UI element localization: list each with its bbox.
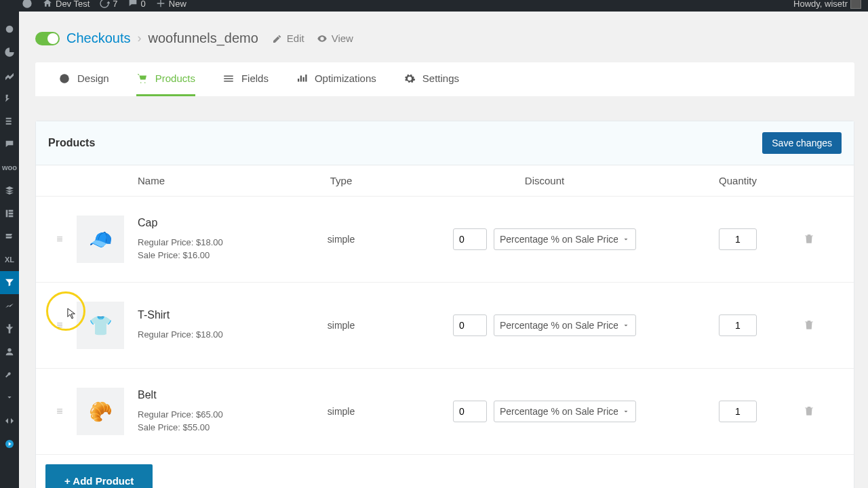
admin-bar-comments[interactable]: 0 [127,0,146,9]
col-quantity: Quantity [687,175,789,186]
save-button[interactable]: Save changes [762,132,842,154]
chart-icon [296,73,308,85]
admin-bar-site[interactable]: Dev Test [42,0,90,9]
trash-icon [803,405,815,417]
sidebar-item-products[interactable] [0,179,19,202]
product-type: simple [280,320,402,331]
delete-button[interactable] [789,405,829,419]
tab-nav: Design Products Fields Optimizations Set… [35,62,854,96]
svg-point-5 [7,348,11,352]
breadcrumb-root[interactable]: Checkouts [66,30,131,46]
col-discount: Discount [402,175,687,186]
wp-admin-sidebar: woo XL [0,0,19,488]
sidebar-item-plugins[interactable] [0,317,19,340]
col-type: Type [280,175,402,186]
svg-point-0 [6,26,14,33]
cart-icon [136,73,149,85]
svg-point-7 [22,0,31,8]
pencil-icon [272,33,283,44]
discount-type-select[interactable]: Percentage % on Sale Price [494,314,636,336]
svg-rect-4 [9,216,14,218]
sidebar-item-media[interactable] [0,87,19,110]
admin-bar-updates[interactable]: 7 [99,0,117,9]
quantity-input[interactable] [719,228,757,250]
table-header: Name Type Discount Quantity [36,165,854,197]
sidebar-item-woo[interactable]: woo [0,156,19,179]
menu-icon [222,73,235,85]
discount-value-input[interactable] [453,228,487,250]
sidebar-item-play[interactable] [0,432,19,455]
product-name: Belt [138,389,223,401]
drag-handle-icon[interactable]: ≡ [43,405,77,418]
admin-bar-howdy[interactable]: Howdy, wisetr [793,0,861,9]
edit-link[interactable]: Edit [272,33,304,44]
product-regular-price: Regular Price: $18.00 [138,328,223,342]
wp-admin-bar: Dev Test 7 0 New Howdy, wisetr [0,0,868,12]
product-thumbnail: 🥐 [77,388,124,435]
sidebar-item-comments[interactable] [0,133,19,156]
sidebar-item-templates[interactable] [0,225,19,248]
product-thumbnail: 👕 [77,302,124,349]
product-regular-price: Regular Price: $18.00 [138,236,223,249]
svg-rect-3 [9,213,14,215]
product-thumbnail: 🧢 [77,216,124,263]
avatar [850,0,861,9]
quantity-input[interactable] [719,314,757,336]
sidebar-item-users[interactable] [0,340,19,363]
add-product-button[interactable]: + Add Product [45,464,153,488]
sidebar-item-xl[interactable]: XL [0,248,19,271]
sidebar-item-analytics[interactable] [0,41,19,64]
status-toggle[interactable] [35,32,60,45]
svg-rect-1 [6,210,8,218]
products-card: Products Save changes Name Type Discount… [35,121,854,488]
sidebar-item-elementor[interactable] [0,202,19,225]
col-name: Name [77,175,280,186]
delete-button[interactable] [789,319,829,333]
table-row: ≡ 🧢 Cap Regular Price: $18.00 Sale Price… [36,197,854,283]
product-sale-price: Sale Price: $55.00 [138,421,223,434]
quantity-input[interactable] [719,401,757,422]
tab-products[interactable]: Products [136,62,195,96]
product-type: simple [280,234,402,245]
sidebar-item-import[interactable] [0,386,19,409]
drag-handle-icon[interactable]: ≡ [43,233,77,245]
tab-design[interactable]: Design [58,62,109,96]
trash-icon [803,319,815,331]
table-row: ≡ 👕 T-Shirt Regular Price: $18.00 simple… [36,283,854,369]
drag-handle-icon[interactable]: ≡ [43,319,77,331]
product-type: simple [280,406,402,417]
product-name: Cap [138,217,223,229]
tab-optimizations[interactable]: Optimizations [296,62,376,96]
page-header: Checkouts › woofunnels_demo Edit View [35,12,854,62]
view-link[interactable]: View [317,33,353,44]
sidebar-item-funnels[interactable] [0,271,19,294]
sidebar-item-code[interactable] [0,409,19,432]
card-title: Products [48,137,95,149]
admin-bar-wp-logo[interactable] [22,0,33,9]
sidebar-item-tools[interactable] [0,363,19,386]
tab-settings[interactable]: Settings [403,62,459,96]
discount-value-input[interactable] [453,314,487,336]
svg-point-8 [60,74,69,83]
discount-type-select[interactable]: Percentage % on Sale Price [494,228,636,250]
delete-button[interactable] [789,232,829,247]
sidebar-item-appearance[interactable] [0,294,19,317]
discount-value-input[interactable] [453,401,487,422]
trash-icon [803,232,815,245]
svg-rect-2 [9,210,14,212]
breadcrumb-separator-icon: › [138,31,142,45]
table-row: ≡ 🥐 Belt Regular Price: $65.00 Sale Pric… [36,369,854,455]
product-regular-price: Regular Price: $65.00 [138,408,223,422]
tab-fields[interactable]: Fields [222,62,269,96]
gear-icon [403,73,416,85]
discount-type-select[interactable]: Percentage % on Sale Price [494,401,636,422]
sidebar-item-pages[interactable] [0,110,19,133]
sidebar-item-posts[interactable] [0,64,19,87]
product-name: T-Shirt [138,309,223,321]
palette-icon [58,73,71,85]
page-title: woofunnels_demo [149,30,258,46]
eye-icon [317,33,328,44]
admin-bar-new[interactable]: New [155,0,186,9]
product-sale-price: Sale Price: $16.00 [138,249,223,262]
sidebar-item-dashboard[interactable] [0,18,19,41]
